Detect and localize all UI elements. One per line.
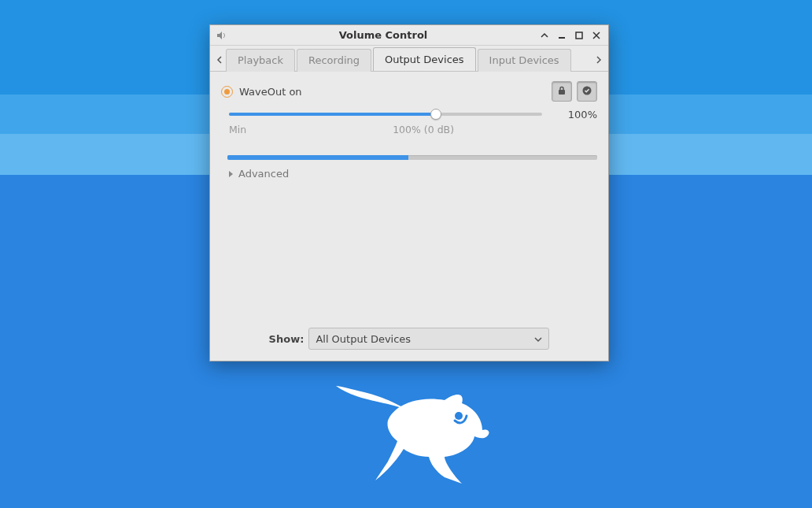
tab-scroll-left[interactable] bbox=[213, 49, 226, 71]
window-title: Volume Control bbox=[232, 29, 534, 41]
scale-100-label: 100% (0 dB) bbox=[393, 124, 454, 135]
svg-rect-3 bbox=[559, 90, 565, 95]
volume-slider-thumb[interactable] bbox=[430, 109, 441, 120]
svg-point-0 bbox=[455, 412, 463, 420]
footer-bar: Show: All Output Devices bbox=[221, 320, 597, 354]
check-circle-icon bbox=[581, 85, 592, 98]
lock-icon bbox=[556, 85, 567, 98]
tab-content: WaveOut on bbox=[210, 71, 608, 361]
chevron-down-icon bbox=[534, 333, 542, 345]
device-name: WaveOut on bbox=[239, 86, 302, 98]
vu-meter bbox=[227, 155, 597, 160]
tab-recording[interactable]: Recording bbox=[297, 49, 371, 72]
vu-meter-fill bbox=[227, 155, 408, 160]
window-shade-button[interactable] bbox=[537, 28, 552, 43]
expander-triangle-icon bbox=[227, 170, 234, 178]
scale-min-label: Min bbox=[229, 124, 246, 135]
device-default-indicator-icon bbox=[221, 86, 233, 98]
svg-rect-2 bbox=[576, 32, 582, 39]
tabs: Playback Recording Output Devices Input … bbox=[226, 46, 592, 71]
advanced-label: Advanced bbox=[238, 168, 289, 180]
advanced-expander[interactable]: Advanced bbox=[227, 168, 597, 180]
volume-block: 100% Min 100% (0 dB) Advanced bbox=[221, 103, 597, 180]
window-titlebar[interactable]: Volume Control bbox=[210, 25, 608, 46]
volume-app-icon bbox=[215, 29, 227, 42]
tab-scroll-right[interactable] bbox=[592, 49, 605, 71]
set-default-button[interactable] bbox=[577, 81, 597, 102]
show-filter-combo[interactable]: All Output Devices bbox=[308, 328, 549, 350]
tab-output-devices[interactable]: Output Devices bbox=[373, 47, 476, 71]
show-filter-value: All Output Devices bbox=[316, 333, 411, 345]
window-minimize-button[interactable] bbox=[555, 28, 569, 43]
window-maximize-button[interactable] bbox=[572, 28, 586, 43]
volume-control-window: Volume Control Playback Recording Output… bbox=[209, 24, 609, 362]
volume-percent-label: 100% bbox=[553, 109, 597, 121]
tab-row: Playback Recording Output Devices Input … bbox=[210, 46, 608, 71]
show-label: Show: bbox=[269, 333, 304, 345]
lock-channels-button[interactable] bbox=[552, 81, 572, 102]
device-header: WaveOut on bbox=[221, 80, 597, 103]
svg-rect-1 bbox=[559, 37, 565, 39]
tab-input-devices[interactable]: Input Devices bbox=[478, 49, 571, 72]
desktop-logo-mouse bbox=[327, 364, 500, 492]
tab-playback[interactable]: Playback bbox=[226, 49, 295, 72]
volume-slider[interactable] bbox=[229, 108, 542, 121]
volume-slider-fill bbox=[229, 113, 436, 116]
window-close-button[interactable] bbox=[589, 28, 603, 43]
